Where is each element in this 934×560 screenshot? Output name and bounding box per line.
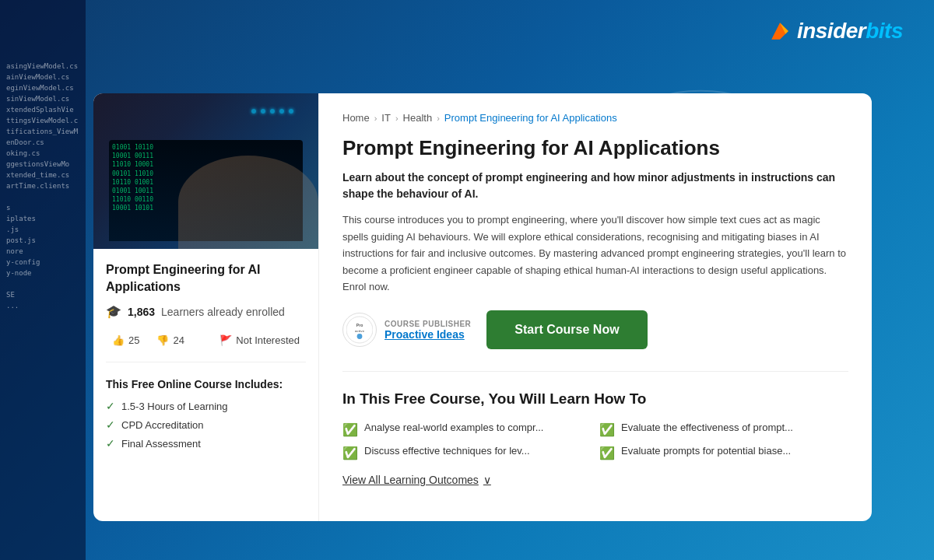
header: insiderbits xyxy=(0,0,934,62)
code-line: ggestionsViewMo xyxy=(6,160,79,168)
code-line: .js xyxy=(6,226,79,233)
breadcrumb: Home › IT › Health › Prompt Engineering … xyxy=(342,112,848,124)
code-line: artTime.clients xyxy=(6,182,79,190)
breadcrumb-home[interactable]: Home xyxy=(342,112,370,124)
laptop-visual: 01001 10110 10001 00111 11010 10001 0010… xyxy=(93,93,318,249)
code-line xyxy=(6,193,79,201)
view-all-outcomes-button[interactable]: View All Learning Outcomes ∨ xyxy=(342,474,491,486)
course-title-main: Prompt Engineering for AI Applications xyxy=(342,136,848,160)
learners-count: 1,863 xyxy=(128,306,155,318)
left-panel-content: Prompt Engineering for AI Applications 🎓… xyxy=(93,249,318,521)
svg-point-14 xyxy=(357,334,363,339)
publisher-info: Pro active COURSE PUBLISHER Proactive Id… xyxy=(342,313,471,347)
outcome-check-icon: ✅ xyxy=(599,422,615,437)
dislike-count: 24 xyxy=(173,334,184,346)
outcome-text: Evaluate the effectiveness of prompt... xyxy=(621,422,793,433)
code-background-left: asingViewModel.cs ainViewModel.cs eginVi… xyxy=(0,0,86,560)
outcome-check-icon: ✅ xyxy=(599,446,615,460)
code-line: ... xyxy=(6,302,79,310)
glow-dot xyxy=(261,109,265,114)
free-course-title: In This Free Course, You Will Learn How … xyxy=(342,390,848,408)
outcome-item: ✅ Analyse real-world examples to compr..… xyxy=(342,422,592,437)
publisher-name[interactable]: Proactive Ideas xyxy=(384,328,471,341)
list-item: ✓ CPD Accreditation xyxy=(106,418,306,431)
main-card: 01001 10110 10001 00111 11010 10001 0010… xyxy=(93,93,872,521)
code-line: sinViewModel.cs xyxy=(6,95,79,103)
list-item: ✓ Final Assessment xyxy=(106,437,306,450)
include-item-text: CPD Accreditation xyxy=(121,419,204,431)
outcome-text: Discuss effective techniques for lev... xyxy=(364,445,530,457)
like-button[interactable]: 👍 25 xyxy=(106,331,146,349)
include-item-text: 1.5-3 Hours of Learning xyxy=(121,401,228,412)
code-line: post.js xyxy=(6,236,79,244)
outcome-item: ✅ Discuss effective techniques for lev..… xyxy=(342,445,592,460)
hand-overlay xyxy=(178,156,318,249)
logo-text-highlight: bits xyxy=(866,19,903,43)
outcome-item: ✅ Evaluate the effectiveness of prompt..… xyxy=(599,422,848,437)
outcome-check-icon: ✅ xyxy=(342,422,358,437)
breadcrumb-sep: › xyxy=(374,114,377,123)
code-line xyxy=(6,280,79,288)
outcomes-grid: ✅ Analyse real-world examples to compr..… xyxy=(342,422,848,460)
course-subtitle: Learn about the concept of prompt engine… xyxy=(342,170,848,202)
code-line: xtendedSplashVie xyxy=(6,106,79,114)
glow-dots xyxy=(251,109,295,114)
course-title-left: Prompt Engineering for AI Applications xyxy=(106,261,306,295)
breadcrumb-sep: › xyxy=(437,114,440,123)
publisher-action-row: Pro active COURSE PUBLISHER Proactive Id… xyxy=(342,310,848,349)
logo: insiderbits xyxy=(766,17,903,45)
breadcrumb-current[interactable]: Prompt Engineering for AI Applications xyxy=(444,112,617,124)
left-panel: 01001 10110 10001 00111 11010 10001 0010… xyxy=(93,93,319,521)
code-line: s xyxy=(6,204,79,212)
code-line: eginViewModel.cs xyxy=(6,84,79,92)
outcome-text: Evaluate prompts for potential biase... xyxy=(621,445,791,457)
code-line: enDoor.cs xyxy=(6,138,79,146)
code-line: xtended_time.cs xyxy=(6,171,79,179)
breadcrumb-it[interactable]: IT xyxy=(381,112,391,124)
dislike-button[interactable]: 👎 24 xyxy=(150,331,190,349)
reactions-row: 👍 25 👎 24 🚩 Not Interested xyxy=(106,331,306,362)
code-line: ttingsViewModel.c xyxy=(6,117,79,124)
publisher-logo: Pro active xyxy=(342,313,377,347)
course-description: This course introduces you to prompt eng… xyxy=(342,212,848,295)
code-line: tifications_ViewM xyxy=(6,128,79,135)
code-line: ainViewModel.cs xyxy=(6,73,79,81)
glow-dot xyxy=(251,109,256,114)
outcome-check-icon: ✅ xyxy=(342,446,358,460)
code-line: nore xyxy=(6,247,79,255)
learners-row: 🎓 1,863 Learners already enrolled xyxy=(106,304,306,319)
publisher-logo-icon: Pro active xyxy=(346,314,373,345)
logo-text: insiderbits xyxy=(797,19,903,44)
thumbs-up-icon: 👍 xyxy=(112,334,125,346)
code-line: oking.cs xyxy=(6,149,79,157)
breadcrumb-sep: › xyxy=(395,114,399,123)
check-icon: ✓ xyxy=(106,400,115,412)
thumbs-down-icon: 👎 xyxy=(156,334,169,346)
like-count: 25 xyxy=(128,334,139,346)
glow-dot xyxy=(279,109,284,114)
check-icon: ✓ xyxy=(106,418,115,431)
publisher-details: COURSE PUBLISHER Proactive Ideas xyxy=(384,320,471,341)
glow-dot xyxy=(289,109,293,114)
include-item-text: Final Assessment xyxy=(121,438,201,450)
right-panel: Home › IT › Health › Prompt Engineering … xyxy=(319,93,872,521)
glow-dot xyxy=(270,109,275,114)
chevron-down-icon: ∨ xyxy=(483,474,491,486)
code-line: y-config xyxy=(6,258,79,266)
course-image: 01001 10110 10001 00111 11010 10001 0010… xyxy=(93,93,318,249)
includes-title: This Free Online Course Includes: xyxy=(106,378,306,390)
publisher-label: COURSE PUBLISHER xyxy=(384,320,471,328)
includes-list: ✓ 1.5-3 Hours of Learning ✓ CPD Accredit… xyxy=(106,400,306,450)
graduation-icon: 🎓 xyxy=(106,304,121,319)
breadcrumb-health[interactable]: Health xyxy=(403,112,433,124)
logo-icon xyxy=(766,17,794,45)
not-interested-button[interactable]: 🚩 Not Interested xyxy=(213,331,306,349)
check-icon: ✓ xyxy=(106,437,115,450)
view-all-label: View All Learning Outcomes xyxy=(342,474,479,486)
code-line: y-node xyxy=(6,269,79,277)
start-course-button[interactable]: Start Course Now xyxy=(486,310,647,349)
flag-icon: 🚩 xyxy=(219,334,232,346)
learners-text: Learners already enrolled xyxy=(161,306,285,318)
svg-text:Pro: Pro xyxy=(356,323,363,327)
outcome-text: Analyse real-world examples to compr... xyxy=(364,422,543,433)
